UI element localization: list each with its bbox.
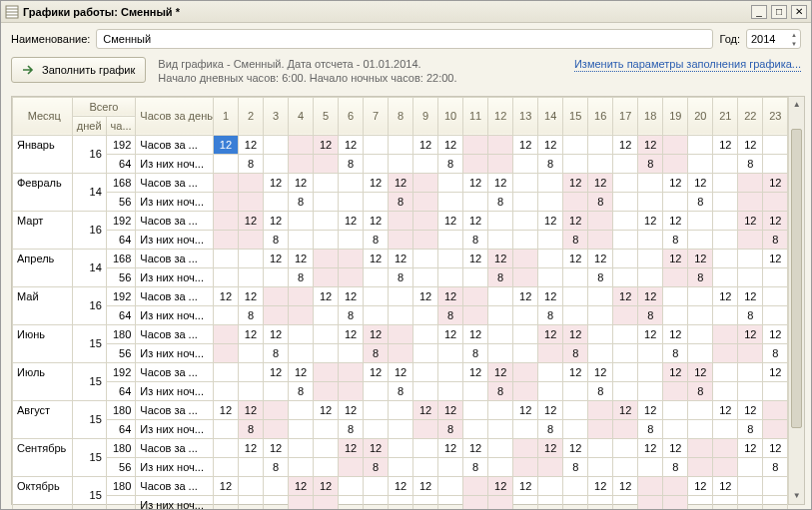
day-night-cell[interactable]: [688, 154, 713, 173]
day-hours-cell[interactable]: 12: [563, 362, 588, 381]
day-hours-cell[interactable]: 12: [713, 286, 738, 305]
day-hours-cell[interactable]: 12: [738, 324, 763, 343]
day-night-cell[interactable]: [513, 381, 538, 400]
day-hours-cell[interactable]: [438, 249, 463, 267]
day-hours-cell[interactable]: [264, 400, 289, 419]
day-night-cell[interactable]: [663, 192, 688, 211]
day-night-cell[interactable]: [339, 343, 364, 362]
days-cell[interactable]: 16: [72, 135, 106, 173]
day-hours-cell[interactable]: [463, 476, 488, 495]
day-night-cell[interactable]: 8: [264, 343, 289, 362]
day-night-cell[interactable]: 8: [488, 381, 513, 400]
day-night-cell[interactable]: [613, 457, 638, 476]
day-night-cell[interactable]: [314, 343, 339, 362]
day-hours-cell[interactable]: 12: [264, 324, 289, 343]
header-month[interactable]: Месяц: [13, 97, 73, 135]
day-night-cell[interactable]: [613, 154, 638, 173]
day-night-cell[interactable]: [413, 419, 438, 438]
day-night-cell[interactable]: [663, 267, 688, 286]
day-hours-cell[interactable]: [488, 400, 513, 419]
day-hours-cell[interactable]: [389, 400, 413, 419]
day-hours-cell[interactable]: 12: [463, 362, 488, 381]
day-night-cell[interactable]: [688, 457, 713, 476]
day-night-cell[interactable]: [289, 343, 314, 362]
day-night-cell[interactable]: [264, 381, 289, 400]
day-night-cell[interactable]: 8: [488, 192, 513, 211]
day-night-cell[interactable]: [488, 154, 513, 173]
day-hours-cell[interactable]: [538, 249, 563, 267]
day-hours-cell[interactable]: 12: [238, 438, 263, 457]
day-night-cell[interactable]: [538, 267, 563, 286]
day-night-cell[interactable]: [663, 419, 688, 438]
day-night-cell[interactable]: 8: [538, 305, 563, 324]
day-night-cell[interactable]: 8: [438, 419, 463, 438]
day-night-cell[interactable]: 8: [264, 457, 289, 476]
day-night-cell[interactable]: [314, 154, 339, 173]
metric-night-label[interactable]: Из них ноч...: [136, 192, 214, 211]
header-hours[interactable]: ча...: [106, 116, 135, 135]
day-hours-cell[interactable]: [364, 400, 389, 419]
day-night-cell[interactable]: 8: [438, 305, 463, 324]
day-hours-cell[interactable]: [488, 286, 513, 305]
day-hours-cell[interactable]: 12: [389, 476, 413, 495]
day-hours-cell[interactable]: [763, 135, 788, 154]
day-hours-cell[interactable]: 12: [738, 400, 763, 419]
day-hours-cell[interactable]: 12: [488, 362, 513, 381]
day-hours-cell[interactable]: [513, 438, 538, 457]
header-day-16[interactable]: 16: [588, 97, 613, 135]
day-hours-cell[interactable]: [238, 249, 263, 267]
day-hours-cell[interactable]: 12: [413, 476, 438, 495]
day-night-cell[interactable]: 8: [638, 419, 663, 438]
day-hours-cell[interactable]: 12: [438, 400, 463, 419]
day-night-cell[interactable]: [713, 343, 738, 362]
metric-night-label[interactable]: Из них ноч...: [136, 457, 214, 476]
day-hours-cell[interactable]: [389, 324, 413, 343]
day-night-cell[interactable]: [738, 267, 763, 286]
close-button[interactable]: ✕: [791, 5, 807, 19]
day-hours-cell[interactable]: 12: [364, 324, 389, 343]
day-hours-cell[interactable]: [763, 400, 788, 419]
day-hours-cell[interactable]: 12: [763, 438, 788, 457]
day-night-cell[interactable]: [389, 419, 413, 438]
day-night-cell[interactable]: [713, 457, 738, 476]
metric-hours-label[interactable]: Часов за ...: [136, 476, 214, 495]
name-input[interactable]: [96, 29, 713, 49]
day-hours-cell[interactable]: [213, 249, 238, 267]
day-hours-cell[interactable]: 12: [538, 211, 563, 230]
day-night-cell[interactable]: [663, 381, 688, 400]
days-cell[interactable]: 15: [72, 476, 106, 510]
scroll-up-arrow[interactable]: ▲: [789, 97, 804, 113]
day-hours-cell[interactable]: [488, 211, 513, 230]
total-night-cell[interactable]: 64: [106, 154, 135, 173]
day-night-cell[interactable]: [688, 305, 713, 324]
day-night-cell[interactable]: 8: [238, 305, 263, 324]
total-hours-cell[interactable]: 192: [106, 211, 135, 230]
day-night-cell[interactable]: [763, 267, 788, 286]
day-night-cell[interactable]: [763, 381, 788, 400]
total-night-cell[interactable]: 64: [106, 419, 135, 438]
day-hours-cell[interactable]: [713, 324, 738, 343]
day-night-cell[interactable]: [763, 305, 788, 324]
day-night-cell[interactable]: [213, 343, 238, 362]
total-night-cell[interactable]: 56: [106, 457, 135, 476]
metric-night-label[interactable]: Из них ноч...: [136, 419, 214, 438]
day-hours-cell[interactable]: 12: [738, 438, 763, 457]
day-night-cell[interactable]: [688, 495, 713, 510]
day-night-cell[interactable]: [713, 419, 738, 438]
day-night-cell[interactable]: [289, 495, 314, 510]
metric-hours-label[interactable]: Часов за ...: [136, 400, 214, 419]
metric-hours-label[interactable]: Часов за ...: [136, 211, 214, 230]
day-night-cell[interactable]: [613, 192, 638, 211]
day-hours-cell[interactable]: [538, 173, 563, 192]
maximize-button[interactable]: □: [771, 5, 787, 19]
day-night-cell[interactable]: 8: [289, 381, 314, 400]
total-hours-cell[interactable]: 168: [106, 249, 135, 267]
day-hours-cell[interactable]: 12: [438, 135, 463, 154]
day-hours-cell[interactable]: [513, 324, 538, 343]
header-day-10[interactable]: 10: [438, 97, 463, 135]
day-night-cell[interactable]: 8: [738, 154, 763, 173]
day-night-cell[interactable]: [314, 419, 339, 438]
day-hours-cell[interactable]: 12: [463, 324, 488, 343]
day-night-cell[interactable]: [613, 419, 638, 438]
day-night-cell[interactable]: [588, 495, 613, 510]
